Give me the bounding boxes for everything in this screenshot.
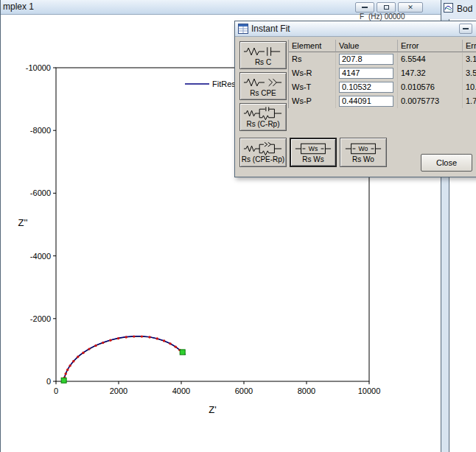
- model-button-rs-cpe-rp[interactable]: Rs (CPE-Rp): [239, 138, 287, 167]
- error-pct-value: 3.1: [463, 52, 476, 66]
- model-button-rs-c[interactable]: Rs C: [239, 41, 287, 69]
- element-name: Ws-T: [289, 80, 336, 94]
- restore-button[interactable]: [377, 2, 396, 13]
- partial-text-hz: (Hz) 00000: [368, 13, 405, 21]
- element-name: Rs: [289, 52, 336, 66]
- instant-fit-icon: [238, 24, 248, 37]
- x-axis-title: Z': [209, 404, 216, 415]
- data-point: [169, 342, 171, 345]
- svg-text:Ws: Ws: [309, 145, 318, 152]
- error-value: 147.32: [398, 66, 463, 80]
- error-pct-value: 1.7: [463, 94, 476, 108]
- svg-text:Wo: Wo: [359, 145, 368, 152]
- rs-cpe-rp-circuit-icon: [243, 142, 283, 155]
- error-pct-value: 10.: [463, 80, 476, 94]
- dialog-minimize-icon: [463, 28, 469, 29]
- y-tick-label: -6000: [30, 188, 51, 197]
- y-tick-label: -10000: [26, 63, 51, 72]
- instant-fit-dialog-title: Instant Fit: [251, 21, 290, 36]
- element-name: Ws-R: [289, 66, 336, 80]
- rs-ws-circuit-icon: Ws: [293, 142, 333, 155]
- table-row: [336, 52, 398, 66]
- error-value: 0.0075773: [398, 94, 463, 108]
- y-tick-label: 0: [46, 377, 51, 386]
- model-button-rs-cpe[interactable]: Rs CPE: [239, 72, 287, 100]
- x-tick-label: 8000: [298, 386, 315, 395]
- minimize-icon: [362, 7, 368, 8]
- data-point: [163, 339, 165, 342]
- data-point: [102, 342, 104, 344]
- bode-window-titlebar: Bod: [441, 0, 476, 19]
- dialog-minimize-button[interactable]: [459, 24, 472, 34]
- rs-c-circuit-icon: [243, 45, 283, 58]
- bode-window-title: Bod: [457, 4, 472, 14]
- model-button-rs-c-rp[interactable]: Rs (C-Rp): [239, 103, 287, 131]
- table-row: [336, 66, 398, 80]
- minimize-button[interactable]: [355, 2, 374, 13]
- data-point: [133, 335, 135, 337]
- instant-fit-dialog: Instant Fit Rs C Rs CPE Rs (C-Rp): [234, 21, 476, 177]
- table-row: [336, 80, 398, 94]
- data-point: [181, 351, 183, 353]
- instant-fit-titlebar: Instant Fit: [235, 21, 476, 37]
- screen: Bod mplex 1 ✕ F (Hz) 00000 0200040006000…: [0, 0, 476, 452]
- error-value: 0.010576: [398, 80, 463, 94]
- series-line-Data: [64, 336, 183, 381]
- data-point: [69, 364, 71, 367]
- data-point: [63, 376, 66, 378]
- data-point: [66, 369, 69, 371]
- model-button-rs-ws[interactable]: Ws Rs Ws: [290, 138, 337, 167]
- col-header-error: Error: [398, 40, 463, 52]
- x-tick-label: 0: [54, 386, 58, 395]
- fit-results-table: Element Value Error Error % Rs 6.5544 3.…: [288, 40, 476, 108]
- x-tick-label: 4000: [172, 386, 190, 395]
- data-point: [125, 336, 127, 338]
- error-pct-value: 3.5: [463, 66, 476, 80]
- data-point: [178, 349, 181, 351]
- rs-cpe-circuit-icon: [243, 76, 283, 89]
- error-value: 6.5544: [398, 52, 463, 66]
- series-line-FitResult: [64, 336, 186, 381]
- y-axis-title: Z'': [18, 217, 28, 228]
- data-point: [94, 345, 97, 347]
- y-tick-label: -4000: [30, 252, 51, 261]
- endpoint-marker: [180, 350, 185, 355]
- close-window-button[interactable]: ✕: [398, 2, 423, 13]
- partial-text-frequency: F: [360, 13, 364, 21]
- endpoint-marker: [61, 378, 66, 383]
- instant-fit-body: Rs C Rs CPE Rs (C-Rp) Rs (CPE-Rp): [235, 37, 476, 177]
- model-button-rs-wo[interactable]: Wo Rs Wo: [340, 138, 387, 167]
- bode-window-icon: [444, 2, 453, 15]
- table-row: [336, 94, 398, 108]
- close-button[interactable]: Close: [421, 154, 472, 172]
- data-point: [63, 379, 65, 381]
- y-tick-label: -2000: [30, 314, 51, 323]
- window-caption-buttons: ✕: [355, 2, 423, 13]
- complex1-window-title: mplex 1: [3, 0, 34, 14]
- data-point: [82, 352, 84, 354]
- data-point: [175, 345, 177, 347]
- close-icon: ✕: [407, 4, 413, 11]
- col-header-element: Element: [289, 40, 336, 52]
- value-input-ws-r[interactable]: [339, 68, 393, 79]
- value-input-ws-p[interactable]: [339, 96, 393, 107]
- data-point: [117, 337, 119, 339]
- element-name: Ws-P: [289, 94, 336, 108]
- restore-icon: [384, 5, 389, 10]
- data-point: [88, 347, 90, 350]
- value-input-rs[interactable]: [339, 54, 393, 65]
- data-point: [109, 339, 111, 341]
- data-point: [72, 360, 74, 362]
- rs-c-rp-circuit-icon: [243, 107, 283, 120]
- data-point: [156, 337, 158, 339]
- col-header-error-pct: Error %: [463, 40, 476, 52]
- data-point: [64, 372, 66, 375]
- col-header-value: Value: [336, 40, 398, 52]
- data-point: [141, 335, 143, 337]
- rs-wo-circuit-icon: Wo: [343, 142, 383, 155]
- data-point: [148, 336, 150, 338]
- x-tick-label: 6000: [235, 386, 253, 395]
- y-tick-label: -8000: [30, 126, 51, 135]
- data-point: [77, 356, 79, 358]
- value-input-ws-t[interactable]: [339, 82, 393, 93]
